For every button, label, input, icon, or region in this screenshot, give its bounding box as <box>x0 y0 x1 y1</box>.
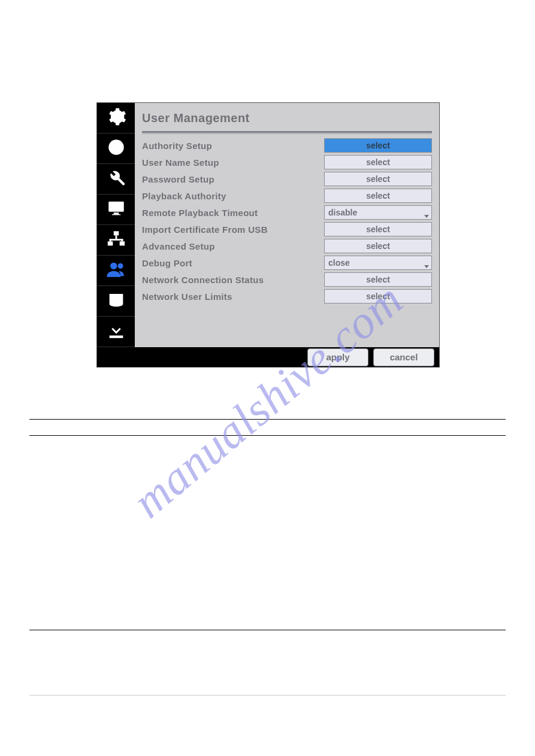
sidebar-item-display[interactable] <box>97 195 135 225</box>
page-divider <box>29 435 506 436</box>
svg-point-12 <box>110 263 117 269</box>
row-label: Playback Authority <box>142 191 324 201</box>
sidebar-item-maintenance[interactable] <box>97 164 135 195</box>
svg-rect-15 <box>109 336 123 338</box>
database-icon <box>106 290 126 312</box>
sidebar-item-network[interactable] <box>97 225 135 256</box>
panel-title: User Management <box>142 108 432 131</box>
sidebar-item-storage[interactable] <box>97 286 135 317</box>
settings-row: Password Setupselect <box>142 171 432 187</box>
row-label: Import Certificate From USB <box>142 224 324 235</box>
row-dropdown[interactable]: disable <box>324 205 432 220</box>
sidebar-item-users[interactable] <box>97 256 135 286</box>
page-divider <box>29 630 506 630</box>
settings-row: Network Connection Statusselect <box>142 272 432 287</box>
svg-rect-9 <box>109 239 123 241</box>
settings-row: Playback Authorityselect <box>142 188 432 204</box>
row-select-button[interactable]: select <box>324 155 432 169</box>
window-body: User Management Authority SetupselectUse… <box>97 103 439 347</box>
network-icon <box>106 229 126 251</box>
svg-rect-2 <box>108 202 124 212</box>
sidebar-item-settings[interactable] <box>97 103 135 133</box>
monitor-icon <box>106 198 126 221</box>
settings-row: Advanced Setupselect <box>142 238 432 254</box>
row-select-button[interactable]: select <box>324 138 432 153</box>
row-select-button[interactable]: select <box>324 189 432 203</box>
settings-row: Debug Portclose <box>142 255 432 271</box>
row-label: Password Setup <box>142 174 324 184</box>
settings-row: Network User Limitsselect <box>142 289 432 304</box>
settings-row: Remote Playback Timeoutdisable <box>142 205 432 220</box>
settings-row: Import Certificate From USBselect <box>142 221 432 237</box>
sidebar-item-record[interactable] <box>97 133 135 164</box>
row-dropdown[interactable]: close <box>324 256 432 270</box>
divider <box>142 131 432 133</box>
row-label: Remote Playback Timeout <box>142 208 324 218</box>
svg-rect-10 <box>109 239 111 241</box>
svg-rect-4 <box>111 214 120 215</box>
row-label: User Name Setup <box>142 157 324 168</box>
svg-rect-8 <box>115 235 117 239</box>
settings-row: User Name Setupselect <box>142 154 432 170</box>
svg-marker-16 <box>327 447 332 455</box>
sidebar-item-download[interactable] <box>97 317 135 347</box>
mouse-cursor-icon <box>327 447 333 457</box>
page-divider <box>29 419 506 420</box>
users-icon <box>106 259 126 282</box>
row-label: Debug Port <box>142 258 324 268</box>
sidebar <box>97 103 135 347</box>
row-label: Advanced Setup <box>142 241 324 251</box>
row-select-button[interactable]: select <box>324 172 432 186</box>
row-select-button[interactable]: select <box>324 272 432 287</box>
disc-icon <box>106 137 126 160</box>
tools-icon <box>106 168 126 190</box>
footer: apply cancel <box>97 347 439 367</box>
svg-rect-6 <box>107 241 113 245</box>
content-panel: User Management Authority SetupselectUse… <box>135 103 439 347</box>
row-label: Authority Setup <box>142 141 324 151</box>
svg-rect-3 <box>113 212 119 214</box>
svg-rect-5 <box>113 231 119 235</box>
page-divider <box>29 695 506 696</box>
row-label: Network User Limits <box>142 292 324 302</box>
apply-button[interactable]: apply <box>307 348 368 366</box>
svg-rect-11 <box>121 239 123 241</box>
download-icon <box>106 320 126 343</box>
gear-icon <box>106 107 126 129</box>
row-select-button[interactable]: select <box>324 222 432 236</box>
settings-rows: Authority SetupselectUser Name Setupsele… <box>142 138 432 304</box>
divider <box>142 133 432 134</box>
row-label: Network Connection Status <box>142 275 324 285</box>
row-select-button[interactable]: select <box>324 239 432 253</box>
row-select-button[interactable]: select <box>324 289 432 303</box>
svg-rect-7 <box>119 241 125 245</box>
cancel-button[interactable]: cancel <box>373 348 434 366</box>
settings-row: Authority Setupselect <box>142 138 432 153</box>
svg-point-1 <box>113 145 119 150</box>
svg-point-13 <box>117 263 123 269</box>
settings-window: User Management Authority SetupselectUse… <box>96 102 440 368</box>
